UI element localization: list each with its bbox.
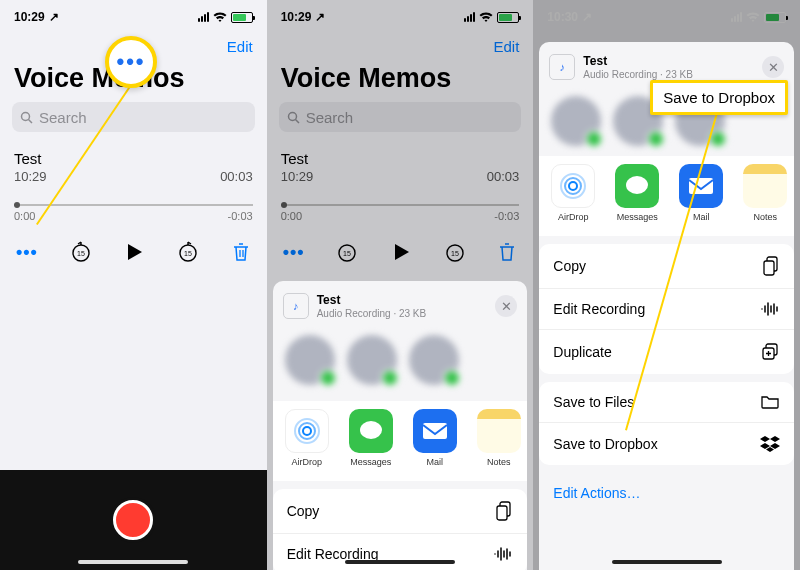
svg-point-13: [299, 423, 315, 439]
share-title: Test: [317, 293, 427, 307]
home-indicator: [78, 560, 188, 564]
memo-title: Test: [14, 150, 253, 167]
messages-icon[interactable]: [615, 164, 659, 208]
action-label: Edit Recording: [553, 301, 645, 317]
cell-signal-icon: [198, 12, 209, 22]
delete-icon[interactable]: [497, 241, 517, 263]
more-button[interactable]: •••: [283, 242, 305, 263]
close-icon[interactable]: ✕: [495, 295, 517, 317]
copy-icon: [762, 256, 780, 276]
app-label: Notes: [487, 457, 511, 467]
search-input[interactable]: Search: [12, 102, 255, 132]
app-row: AirDrop Messages Mail Notes Wh: [539, 156, 794, 236]
screenshot-1: 10:29 ↗ Edit Voice Memos Search Test 10:…: [0, 0, 267, 570]
share-sheet: ♪ Test Audio Recording · 23 KB ✕ AirDrop…: [273, 281, 528, 570]
svg-point-12: [303, 427, 311, 435]
app-label: Messages: [350, 457, 391, 467]
track-end: -0:03: [228, 210, 253, 222]
app-label: Messages: [617, 212, 658, 222]
rewind-15-icon[interactable]: 15: [69, 240, 93, 264]
svg-line-7: [295, 119, 299, 123]
share-subtitle: Audio Recording · 23 KB: [583, 69, 693, 80]
scrubber[interactable]: 0:00 -0:03: [14, 204, 253, 222]
search-placeholder: Search: [39, 109, 87, 126]
clock: 10:29: [14, 10, 45, 24]
action-list: Copy Edit Recording Duplicate: [539, 244, 794, 374]
annotation-callout-more: •••: [105, 36, 157, 88]
record-button[interactable]: [113, 500, 153, 540]
svg-rect-23: [689, 178, 713, 194]
edit-actions-button[interactable]: Edit Actions…: [539, 473, 794, 513]
location-icon: ↗: [582, 10, 592, 24]
player-controls: ••• 15 15: [267, 228, 534, 282]
forward-15-icon[interactable]: 15: [443, 240, 467, 264]
play-icon[interactable]: [123, 241, 145, 263]
action-edit-recording[interactable]: Edit Recording: [539, 289, 794, 330]
memo-item[interactable]: Test 10:29 00:03: [0, 144, 267, 194]
forward-15-icon[interactable]: 15: [176, 240, 200, 264]
copy-icon: [495, 501, 513, 521]
notes-icon[interactable]: [743, 164, 787, 208]
track-start: 0:00: [281, 210, 302, 222]
action-edit-recording[interactable]: Edit Recording: [273, 534, 528, 570]
action-duplicate[interactable]: Duplicate: [539, 330, 794, 374]
scrubber[interactable]: 0:00 -0:03: [281, 204, 520, 222]
play-icon[interactable]: [390, 241, 412, 263]
svg-text:15: 15: [451, 250, 459, 257]
action-label: Save to Files: [553, 394, 634, 410]
share-title: Test: [583, 54, 693, 68]
annotation-tag: Save to Dropbox: [650, 80, 788, 115]
svg-rect-18: [497, 506, 507, 520]
nav-bar: Edit: [267, 34, 534, 63]
screenshot-3: 10:30 ↗ ♪ Test Audio Recording · 23 KB ✕…: [533, 0, 800, 570]
search-input[interactable]: Search: [279, 102, 522, 132]
clock: 10:29: [281, 10, 312, 24]
contact-row: [273, 327, 528, 401]
action-copy[interactable]: Copy: [539, 244, 794, 289]
action-copy[interactable]: Copy: [273, 489, 528, 534]
action-save-to-files[interactable]: Save to Files: [539, 382, 794, 423]
memo-duration: 00:03: [220, 169, 253, 184]
close-icon[interactable]: ✕: [762, 56, 784, 78]
rewind-15-icon[interactable]: 15: [335, 240, 359, 264]
home-indicator: [612, 560, 722, 564]
edit-button[interactable]: Edit: [493, 38, 519, 55]
svg-text:15: 15: [343, 250, 351, 257]
action-label: Save to Dropbox: [553, 436, 657, 452]
more-button[interactable]: •••: [16, 242, 38, 263]
home-indicator: [345, 560, 455, 564]
memo-time: 10:29: [281, 169, 314, 184]
battery-icon: [764, 12, 786, 23]
contact-avatar[interactable]: [285, 335, 335, 385]
status-bar: 10:29 ↗: [267, 0, 534, 34]
wifi-icon: [479, 12, 493, 23]
messages-icon[interactable]: [349, 409, 393, 453]
svg-text:15: 15: [77, 250, 85, 257]
record-bar: [0, 470, 267, 570]
clock: 10:30: [547, 10, 578, 24]
wifi-icon: [746, 12, 760, 23]
airdrop-icon[interactable]: [285, 409, 329, 453]
svg-rect-16: [423, 423, 447, 439]
mail-icon[interactable]: [679, 164, 723, 208]
delete-icon[interactable]: [231, 241, 251, 263]
contact-avatar[interactable]: [551, 96, 601, 146]
action-save-to-dropbox[interactable]: Save to Dropbox: [539, 423, 794, 465]
cell-signal-icon: [731, 12, 742, 22]
svg-point-0: [22, 112, 30, 120]
svg-text:15: 15: [184, 250, 192, 257]
file-type-icon: ♪: [283, 293, 309, 319]
action-list: Save to Files Save to Dropbox: [539, 382, 794, 465]
memo-item[interactable]: Test 10:29 00:03: [267, 144, 534, 194]
notes-icon[interactable]: [477, 409, 521, 453]
wave-icon: [760, 301, 780, 317]
duplicate-icon: [760, 342, 780, 362]
airdrop-icon[interactable]: [551, 164, 595, 208]
contact-avatar[interactable]: [409, 335, 459, 385]
contact-avatar[interactable]: [347, 335, 397, 385]
mail-icon[interactable]: [413, 409, 457, 453]
share-subtitle: Audio Recording · 23 KB: [317, 308, 427, 319]
edit-button[interactable]: Edit: [227, 38, 253, 55]
wifi-icon: [213, 12, 227, 23]
file-type-icon: ♪: [549, 54, 575, 80]
